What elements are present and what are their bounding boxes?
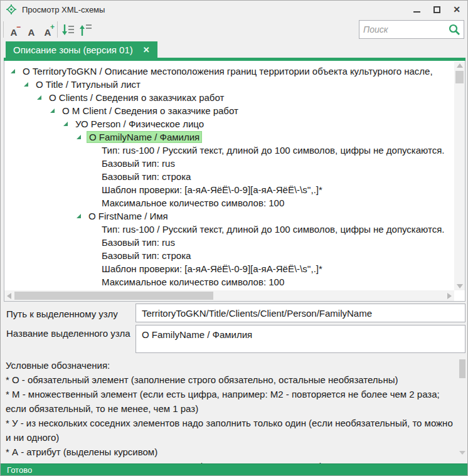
app-logo-icon xyxy=(6,4,16,14)
legend: Условные обозначения: * О - обязательный… xyxy=(6,358,455,465)
expand-all-button[interactable] xyxy=(61,23,76,37)
tree-node-label[interactable]: Шаблон проверки: [а-яА-ЯёЁ\-0-9][а-яА-Яё… xyxy=(100,184,324,195)
minus-icon: − xyxy=(16,23,21,31)
toolbar: A − A A + xyxy=(1,18,467,41)
maximize-icon xyxy=(433,6,440,13)
tree-node-label[interactable]: О Title / Титульный лист xyxy=(34,79,142,90)
tree-node-label[interactable]: О М Client / Сведения о заказчике работ xyxy=(60,105,240,116)
tree-node-label[interactable]: Базовый тип: строка xyxy=(100,171,193,182)
tree-row[interactable]: Базовый тип: строка xyxy=(4,170,454,183)
search-input[interactable] xyxy=(359,24,447,34)
expander-icon[interactable] xyxy=(50,108,60,113)
horizontal-scroll-thumb[interactable] xyxy=(14,292,213,300)
tree-row[interactable]: Максимальное количество символов: 100 xyxy=(4,196,454,209)
tree-row[interactable]: Шаблон проверки: [а-яА-ЯёЁ\-0-9][а-яА-Яё… xyxy=(4,262,454,275)
maximize-button[interactable] xyxy=(430,3,444,16)
tree-node-label[interactable]: О FirstName / Имя xyxy=(87,211,170,221)
tree-row[interactable]: Базовый тип: rus xyxy=(4,236,454,249)
legend-scrollbar[interactable] xyxy=(459,359,466,465)
tree-row[interactable]: О TerritoryToGKN / Описание местоположен… xyxy=(4,65,454,78)
scroll-up-icon[interactable] xyxy=(457,63,463,68)
legend-line: * У - из нескольких соседних элементов н… xyxy=(6,416,455,445)
path-field-label: Путь к выделенному узлу xyxy=(6,307,132,320)
expand-all-icon xyxy=(61,23,76,37)
selected-node-name-value: О FamilyName / Фамилия xyxy=(142,329,252,340)
font-normal-button[interactable]: A xyxy=(23,22,40,38)
font-decrease-button[interactable]: A − xyxy=(6,22,22,38)
expander-icon[interactable] xyxy=(11,69,21,73)
path-field-box xyxy=(136,304,465,322)
legend-line: * О - обязательный элемент (заполнение с… xyxy=(6,373,455,387)
tree-vertical-scrollbar[interactable] xyxy=(454,61,465,290)
tree-node-label[interactable]: УО Person / Физическое лицо xyxy=(73,119,206,129)
schema-tree-panel: О TerritoryToGKN / Описание местоположен… xyxy=(4,61,465,302)
schema-tree: О TerritoryToGKN / Описание местоположен… xyxy=(4,65,454,290)
collapse-all-button[interactable] xyxy=(78,23,93,37)
expander-icon[interactable] xyxy=(77,135,87,139)
legend-items: * О - обязательный элемент (заполнение с… xyxy=(6,373,455,465)
legend-title: Условные обозначения: xyxy=(6,358,455,373)
legend-scroll-down-icon[interactable] xyxy=(459,451,465,455)
tab-strip: Описание зоны (версия 01) ✕ xyxy=(1,41,467,58)
legend-line: * А - атрибут (выделены курсивом) xyxy=(6,445,455,459)
minimize-button[interactable] xyxy=(410,3,423,16)
tree-node-label-selected[interactable]: О FamilyName / Фамилия xyxy=(87,131,202,143)
tree-row[interactable]: О FirstName / Имя xyxy=(4,209,454,223)
font-increase-button[interactable]: A + xyxy=(40,22,56,38)
plus-icon: + xyxy=(50,23,55,31)
close-icon: ✕ xyxy=(453,5,460,14)
minimize-icon xyxy=(413,11,420,13)
tree-row[interactable]: Шаблон проверки: [а-яА-ЯёЁ\-0-9][а-яА-Яё… xyxy=(4,183,454,196)
tree-row[interactable]: УО Person / Физическое лицо xyxy=(4,117,454,130)
selected-node-path-input[interactable] xyxy=(136,304,465,322)
search-icon[interactable] xyxy=(447,23,461,36)
tab-label: Описание зоны (версия 01) xyxy=(13,45,133,55)
tree-node-label[interactable]: О Clients / Сведения о заказчиках работ xyxy=(47,92,226,103)
status-text: Готово xyxy=(7,465,32,475)
collapse-all-icon xyxy=(78,23,93,37)
tab-close-icon[interactable]: ✕ xyxy=(143,45,150,55)
expander-icon[interactable] xyxy=(24,82,34,87)
selected-node-name-box[interactable]: О FamilyName / Фамилия xyxy=(136,325,465,353)
tree-node-label[interactable]: Базовый тип: rus xyxy=(100,237,177,248)
tree-row[interactable]: О Title / Титульный лист xyxy=(4,78,454,91)
tree-horizontal-scrollbar[interactable] xyxy=(4,290,454,301)
tree-node-label[interactable]: О TerritoryToGKN / Описание местоположен… xyxy=(21,66,435,77)
scroll-down-icon[interactable] xyxy=(457,284,463,288)
search-box xyxy=(359,20,464,39)
app-window: Просмотр XML-схемы ✕ A − A A + xyxy=(0,0,468,476)
font-normal-label: A xyxy=(28,27,35,38)
name-field-label: Название выделенного узла xyxy=(6,327,132,340)
tree-row[interactable]: Тип: rus-100 / Русский текст, длиной до … xyxy=(4,144,454,157)
tree-node-label[interactable]: Тип: rus-100 / Русский текст, длиной до … xyxy=(100,224,447,235)
toolbar-separator xyxy=(57,21,58,38)
tree-node-label[interactable]: Базовый тип: rus xyxy=(100,158,177,169)
tree-row[interactable]: Базовый тип: rus xyxy=(4,157,454,170)
scroll-left-icon[interactable] xyxy=(7,293,11,299)
tree-row[interactable]: Базовый тип: строка xyxy=(4,249,454,262)
tree-row[interactable]: О Clients / Сведения о заказчиках работ xyxy=(4,91,454,104)
tree-row[interactable]: О FamilyName / Фамилия xyxy=(4,130,454,144)
status-bar: Готово xyxy=(1,463,467,475)
expander-icon[interactable] xyxy=(63,122,73,126)
tree-node-label[interactable]: Базовый тип: строка xyxy=(100,250,193,261)
expander-icon[interactable] xyxy=(37,95,47,100)
tree-row[interactable]: О М Client / Сведения о заказчике работ xyxy=(4,104,454,117)
toolbar-separator xyxy=(3,21,4,38)
tab-zone-description[interactable]: Описание зоны (версия 01) ✕ xyxy=(6,41,157,58)
legend-line: * М - множественный элемент (если есть ц… xyxy=(6,387,455,416)
tree-node-label[interactable]: Шаблон проверки: [а-яА-ЯёЁ\-0-9][а-яА-Яё… xyxy=(100,263,324,274)
tree-row[interactable]: Максимальное количество символов: 100 xyxy=(4,275,454,288)
expander-icon[interactable] xyxy=(77,214,87,218)
tree-node-label[interactable]: Тип: rus-100 / Русский текст, длиной до … xyxy=(100,145,447,156)
tree-node-label[interactable]: Максимальное количество символов: 100 xyxy=(100,277,286,287)
legend-scroll-thumb[interactable] xyxy=(459,359,465,378)
vertical-scroll-thumb[interactable] xyxy=(455,71,464,83)
title-bar: Просмотр XML-схемы ✕ xyxy=(1,1,467,18)
tree-node-label[interactable]: Максимальное количество символов: 100 xyxy=(100,198,286,208)
scroll-right-icon[interactable] xyxy=(447,293,452,299)
window-title: Просмотр XML-схемы xyxy=(22,5,105,14)
tree-row[interactable]: Тип: rus-100 / Русский текст, длиной до … xyxy=(4,223,454,236)
window-controls: ✕ xyxy=(410,3,464,16)
close-button[interactable]: ✕ xyxy=(450,3,464,16)
